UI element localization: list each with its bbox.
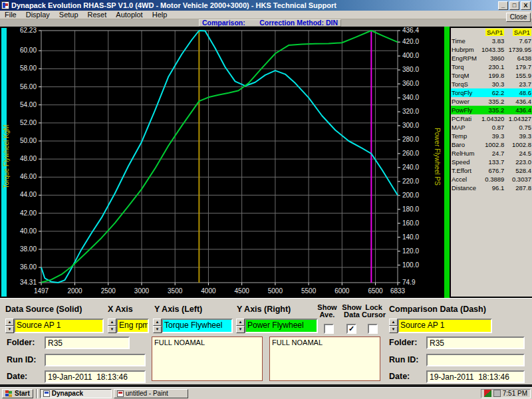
close-button[interactable]: Close [506,13,531,22]
close-icon[interactable]: X [521,1,531,10]
show-data-checkbox[interactable]: ✓ [346,324,356,334]
spinner-down-icon[interactable]: ▼ [236,326,245,333]
comparison-band: Comparison: Correction Method: DIN [0,19,532,27]
task-button-dynapack[interactable]: Dynapack [40,389,112,398]
lock-cursor-label: Lock Cursor [362,304,386,319]
y-axis-right-label: Y Axis (Right) [237,305,291,314]
spinner: ▲▼ [236,319,245,333]
menu-display[interactable]: Display [21,11,55,19]
restore-icon[interactable]: □ [509,1,519,10]
data-source-combo[interactable]: ▲▼ Source AP 1 [5,319,104,333]
folder-label-right: Folder: [389,338,417,347]
right-tick-label: 180.0 [402,205,419,213]
comparison-data-label: Comparison Data (Dash) [389,305,486,314]
spinner-down-icon[interactable]: ▼ [153,326,162,333]
spinner-up-icon[interactable]: ▲ [153,319,162,326]
right-tick-label: 200.0 [402,192,419,199]
table-row: Temp39.339.3 [451,132,532,140]
right-tick-label: 380.0 [402,66,419,73]
date-label-left: Date: [7,372,27,381]
date-label-right: Date: [389,372,410,381]
table-row: EngRPM38606438 [451,54,532,63]
taskbar: Start Dynapack untitled - Paint 7:51 PM [0,387,532,399]
folder-field-left[interactable]: R35 [45,336,130,349]
show-ave-checkbox[interactable] [324,324,334,334]
left-tick-label: 60.00 [20,47,37,54]
chart-svg[interactable]: 34.3136.0038.0040.0042.0044.0046.0048.00… [0,27,444,298]
y-axis-left-combo[interactable]: ▲▼ Torque Flywheel [153,319,233,333]
right-tick-label: 420.0 [402,38,419,45]
lock-cursor-checkbox[interactable] [368,324,378,334]
right-tick-label: 280.0 [402,136,419,143]
left-tick-label: 38.00 [20,245,37,253]
spinner-up-icon[interactable]: ▲ [108,319,116,326]
correction-method-label: Correction Method: DIN [259,20,338,26]
comparison-data-field[interactable]: Source AP 1 [398,319,492,333]
left-tick-label: 36.00 [20,263,37,271]
spinner-down-icon[interactable]: ▼ [5,326,14,333]
spinner-up-icon[interactable]: ▲ [5,319,14,326]
x-axis-field[interactable]: Eng rpm [116,319,149,333]
data-source-label: Data Source (Solid) [5,305,82,314]
data-source-field[interactable]: Source AP 1 [14,319,104,333]
spinner-down-icon[interactable]: ▼ [389,326,398,333]
spinner-down-icon[interactable]: ▼ [108,326,116,333]
right-tick-label: 220.0 [402,178,419,185]
comparison-data-combo[interactable]: ▲▼ Source AP 1 [389,319,492,333]
x-tick-label: 3500 [168,287,183,295]
left-tick-label: 44.00 [20,191,37,198]
right-axis-color-stripe [444,27,450,298]
left-tick-label: 62.23 [20,27,37,34]
folder-field-right[interactable]: R35 [426,336,525,349]
data-table: SAP1SAP1Time3.837.67Hubrpm1043.351739.95… [451,28,532,192]
left-tick-label: 42.00 [20,209,37,217]
spinner-up-icon[interactable]: ▲ [389,319,398,326]
menu-autoplot[interactable]: Autoplot [111,11,147,19]
right-tick-label: 160.0 [402,219,419,227]
task-button-paint[interactable]: untitled - Paint [114,389,188,398]
right-tick-label: 260.0 [402,150,419,157]
table-row: Torq230.1179.7 [451,63,532,71]
run-id-field-right[interactable] [426,354,525,366]
right-tick-label: 240.0 [402,164,419,171]
menu-file[interactable]: File [0,11,21,19]
start-label: Start [15,390,30,397]
table-row: Time3.837.67 [451,37,532,45]
spinner: ▲▼ [5,319,14,333]
x-tick-label: 5000 [268,287,283,295]
date-field-right[interactable]: 19-Jan-2011 18:13:46 [426,370,525,383]
tray-icon-2[interactable] [493,390,501,397]
y-axis-right-field[interactable]: Power Flywheel [245,319,318,333]
comment-box-1[interactable]: FULL NOAMAL [152,336,263,381]
right-tick-label: 400.0 [402,52,419,59]
menu-reset[interactable]: Reset [83,11,112,19]
date-field-left[interactable]: 19-Jan-2011 18:13:46 [45,370,146,383]
x-axis-combo[interactable]: ▲▼ Eng rpm [108,319,149,333]
y-axis-right-combo[interactable]: ▲▼ Power Flywheel [236,319,318,333]
control-panel: Data Source (Solid) X Axis Y Axis (Left)… [0,298,532,384]
menu-help[interactable]: Help [148,11,172,19]
tray-icon-1[interactable] [484,390,491,397]
dyno-chart[interactable]: 34.3136.0038.0040.0042.0044.0046.0048.00… [0,27,444,298]
minimize-icon[interactable]: _ [498,1,508,10]
menu-setup[interactable]: Setup [55,11,83,19]
spinner-up-icon[interactable]: ▲ [236,319,245,326]
main-area: 34.3136.0038.0040.0042.0044.0046.0048.00… [0,27,532,298]
x-axis-label: X Axis [108,305,133,314]
x-tick-label: 6833 [390,287,406,295]
table-row: TorqM199.8155.9 [451,71,532,80]
run-id-field-left[interactable] [45,354,146,366]
comparison-label: Comparison: [202,20,245,26]
task-label: untitled - Paint [126,390,168,397]
right-tick-label: 120.0 [402,247,419,255]
start-button[interactable]: Start [2,389,33,398]
data-panel: SAP1SAP1Time3.837.67Hubrpm1043.351739.95… [450,27,532,298]
y-axis-left-field[interactable]: Torque Flywheel [162,319,233,333]
table-row: Baro1002.81002.8 [451,140,532,149]
windows-flag-icon [5,390,13,397]
left-tick-label: 48.00 [20,155,37,162]
table-row: Speed133.7223.0 [451,158,532,166]
comment-box-2[interactable]: FULL NOAMAL [269,336,380,381]
x-tick-label: 6000 [334,287,350,295]
taskbar-divider [36,389,38,398]
